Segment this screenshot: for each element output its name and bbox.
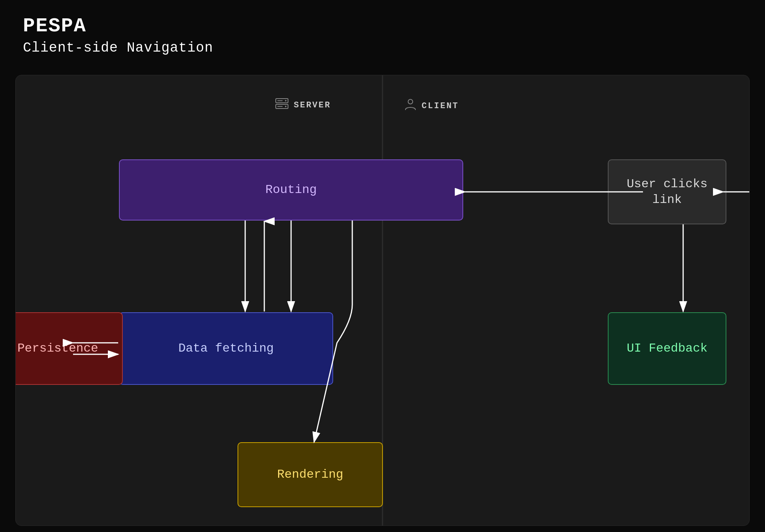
svg-point-2 bbox=[285, 100, 286, 102]
svg-point-3 bbox=[285, 106, 286, 107]
page-title: PESPA bbox=[23, 15, 742, 37]
routing-box: Routing bbox=[119, 159, 463, 221]
user-icon bbox=[405, 98, 416, 114]
page-subtitle: Client-side Navigation bbox=[23, 40, 742, 56]
user-clicks-box: User clicks link bbox=[608, 159, 726, 224]
data-fetching-box: Data fetching bbox=[119, 312, 333, 385]
rendering-box: Rendering bbox=[238, 442, 383, 507]
server-section-label: SERVER bbox=[275, 98, 331, 112]
server-label: SERVER bbox=[294, 101, 331, 110]
server-icon bbox=[275, 98, 288, 112]
diagram-container: SERVER CLIENT Routing Data fetching Pers… bbox=[15, 75, 750, 526]
client-label: CLIENT bbox=[422, 101, 459, 111]
page-header: PESPA Client-side Navigation bbox=[0, 0, 765, 67]
persistence-box: Persistence bbox=[15, 312, 123, 385]
ui-feedback-box: UI Feedback bbox=[608, 312, 726, 385]
client-section-label: CLIENT bbox=[405, 98, 459, 114]
svg-point-6 bbox=[408, 99, 413, 104]
